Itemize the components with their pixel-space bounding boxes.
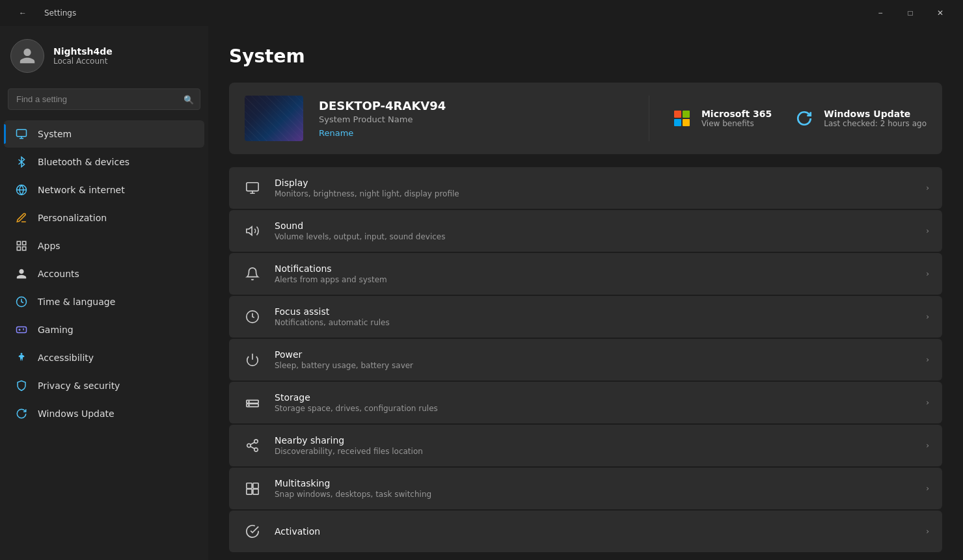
nearby-sharing-text: Nearby sharing Discoverability, received… <box>275 435 914 456</box>
sound-icon <box>242 220 263 241</box>
svg-point-17 <box>254 448 258 452</box>
windows-update-icon <box>14 407 29 421</box>
settings-item-notifications[interactable]: Notifications Alerts from apps and syste… <box>229 253 942 295</box>
svg-rect-2 <box>23 241 26 245</box>
sidebar-item-gaming[interactable]: Gaming <box>4 316 204 343</box>
notifications-icon <box>242 263 263 284</box>
notifications-arrow: › <box>926 269 929 278</box>
display-text: Display Monitors, brightness, night ligh… <box>275 178 914 198</box>
settings-item-multitasking[interactable]: Multitasking Snap windows, desktops, tas… <box>229 468 942 509</box>
microsoft365-title: Microsoft 365 <box>701 109 772 119</box>
sidebar-item-label-time: Time & language <box>38 297 115 307</box>
minimize-button[interactable]: − <box>865 0 895 26</box>
windows-update-action-icon <box>793 107 816 130</box>
sidebar-item-system[interactable]: System <box>4 120 204 148</box>
sidebar-item-label-accounts: Accounts <box>38 269 79 279</box>
user-name: Nightsh4de <box>53 46 113 57</box>
sidebar-item-label-apps: Apps <box>38 241 61 251</box>
sidebar-item-windows-update[interactable]: Windows Update <box>4 400 204 427</box>
sidebar-item-privacy[interactable]: Privacy & security <box>4 372 204 399</box>
system-icon <box>14 127 29 141</box>
network-icon <box>14 183 29 197</box>
display-title: Display <box>275 178 914 188</box>
power-text: Power Sleep, battery usage, battery save… <box>275 349 914 370</box>
divider <box>649 96 649 141</box>
nearby-sharing-subtitle: Discoverability, received files location <box>275 447 914 456</box>
settings-item-nearby-sharing[interactable]: Nearby sharing Discoverability, received… <box>229 425 942 466</box>
settings-item-display[interactable]: Display Monitors, brightness, night ligh… <box>229 167 942 209</box>
svg-rect-20 <box>247 489 252 494</box>
sidebar-item-bluetooth[interactable]: Bluetooth & devices <box>4 148 204 176</box>
settings-item-activation[interactable]: Activation › <box>229 511 942 552</box>
sidebar: Nightsh4de Local Account 🔍 System Blueto… <box>0 26 208 560</box>
sidebar-item-time[interactable]: Time & language <box>4 288 204 315</box>
notifications-title: Notifications <box>275 263 914 274</box>
settings-item-sound[interactable]: Sound Volume levels, output, input, soun… <box>229 210 942 252</box>
storage-icon <box>242 392 263 413</box>
svg-rect-6 <box>17 327 27 333</box>
privacy-icon <box>14 379 29 393</box>
sidebar-item-label-bluetooth: Bluetooth & devices <box>38 157 129 167</box>
app-container: Nightsh4de Local Account 🔍 System Blueto… <box>0 26 963 560</box>
multitasking-subtitle: Snap windows, desktops, task switching <box>275 490 914 499</box>
settings-item-storage[interactable]: Storage Storage space, drives, configura… <box>229 382 942 423</box>
user-info: Nightsh4de Local Account <box>53 46 113 66</box>
sidebar-item-label-system: System <box>38 129 72 139</box>
svg-rect-0 <box>17 129 27 137</box>
page-title: System <box>229 46 942 67</box>
sidebar-item-network[interactable]: Network & internet <box>4 176 204 204</box>
settings-item-focus-assist[interactable]: Focus assist Notifications, automatic ru… <box>229 296 942 338</box>
focus-assist-icon <box>242 306 263 327</box>
multitasking-arrow: › <box>926 484 929 493</box>
svg-point-7 <box>21 353 23 355</box>
microsoft365-text: Microsoft 365 View benefits <box>701 109 772 128</box>
rename-button[interactable]: Rename <box>319 128 353 138</box>
personalization-icon <box>14 211 29 225</box>
windows-update-subtitle: Last checked: 2 hours ago <box>824 119 927 128</box>
activation-title: Activation <box>275 526 914 537</box>
sound-title: Sound <box>275 220 914 231</box>
sound-text: Sound Volume levels, output, input, soun… <box>275 220 914 241</box>
svg-rect-8 <box>247 183 258 191</box>
microsoft365-subtitle: View benefits <box>701 119 772 128</box>
product-name: System Product Name <box>319 114 628 124</box>
display-arrow: › <box>926 183 929 193</box>
microsoft365-action[interactable]: Microsoft 365 View benefits <box>670 107 772 130</box>
svg-rect-1 <box>17 241 20 245</box>
svg-rect-3 <box>17 247 20 250</box>
multitasking-icon <box>242 478 263 499</box>
search-input[interactable] <box>8 88 200 110</box>
power-subtitle: Sleep, battery usage, battery saver <box>275 361 914 370</box>
system-info-card: DESKTOP-4RAKV94 System Product Name Rena… <box>229 83 942 154</box>
storage-arrow: › <box>926 398 929 407</box>
avatar <box>10 39 44 73</box>
sidebar-item-label-windows-update: Windows Update <box>38 408 115 419</box>
sidebar-item-personalization[interactable]: Personalization <box>4 204 204 232</box>
settings-item-power[interactable]: Power Sleep, battery usage, battery save… <box>229 339 942 380</box>
system-image <box>245 96 303 141</box>
activation-icon <box>242 521 263 542</box>
settings-list: Display Monitors, brightness, night ligh… <box>229 167 942 552</box>
sidebar-item-apps[interactable]: Apps <box>4 232 204 260</box>
titlebar-title: Settings <box>44 8 76 18</box>
sidebar-item-accessibility[interactable]: Accessibility <box>4 344 204 371</box>
power-title: Power <box>275 349 914 360</box>
windows-update-title: Windows Update <box>824 109 927 119</box>
user-section[interactable]: Nightsh4de Local Account <box>0 26 208 83</box>
storage-title: Storage <box>275 392 914 403</box>
microsoft365-icon <box>670 107 694 130</box>
multitasking-text: Multitasking Snap windows, desktops, tas… <box>275 478 914 499</box>
maximize-button[interactable]: □ <box>895 0 925 26</box>
close-button[interactable]: ✕ <box>925 0 955 26</box>
display-subtitle: Monitors, brightness, night light, displ… <box>275 189 914 198</box>
accounts-icon <box>14 267 29 281</box>
nearby-sharing-title: Nearby sharing <box>275 435 914 446</box>
activation-text: Activation <box>275 526 914 537</box>
accessibility-icon <box>14 351 29 365</box>
titlebar-controls: − □ ✕ <box>865 0 955 26</box>
windows-update-action[interactable]: Windows Update Last checked: 2 hours ago <box>793 107 927 130</box>
sidebar-item-accounts[interactable]: Accounts <box>4 260 204 287</box>
back-button[interactable]: ← <box>8 0 38 26</box>
storage-text: Storage Storage space, drives, configura… <box>275 392 914 413</box>
system-actions: Microsoft 365 View benefits Windows Upda… <box>670 107 927 130</box>
